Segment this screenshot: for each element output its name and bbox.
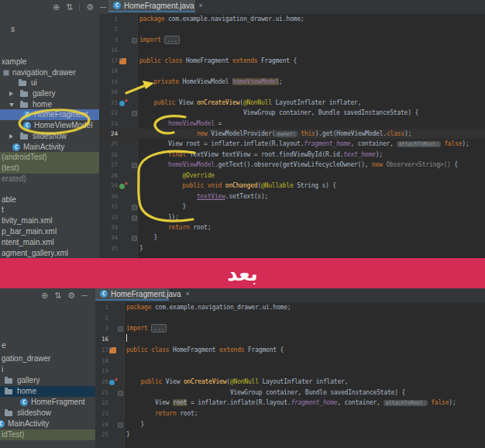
code-line[interactable]: 19 [95, 366, 485, 377]
override-gutter-icon[interactable] [119, 184, 125, 189]
hide-panel-icon[interactable]: ─ [81, 288, 88, 302]
tree-item-gation-drawer[interactable]: gation_drawer [0, 353, 95, 364]
code-line[interactable]: 25 View root = inflater.inflate(R.layout… [99, 139, 485, 149]
code-line[interactable]: 24 } [95, 419, 485, 430]
code-line[interactable]: 1package com.example.navigation_drawer.u… [99, 14, 485, 24]
code-line[interactable]: 23 return root; [95, 408, 485, 419]
tree-item-agment-gallery-xml[interactable]: agment_gallery.xml [0, 248, 99, 258]
code-line[interactable]: 17public class HomeFragment extends Frag… [95, 345, 485, 356]
code-line[interactable]: 29 public void onChanged(@Nullable Strin… [99, 181, 485, 191]
code-line[interactable]: 17public class HomeFragment extends Frag… [99, 56, 485, 66]
fold-marker-icon[interactable] [132, 38, 137, 43]
code-line[interactable]: 18 [99, 66, 485, 76]
code-line[interactable]: 26 final TextView textView = root.findVi… [99, 150, 485, 160]
code-line[interactable]: 20 [99, 87, 485, 97]
tree-item-xample[interactable]: xample [0, 57, 99, 67]
code-line[interactable]: 16 [99, 45, 485, 55]
code-line[interactable]: 2 [95, 313, 485, 324]
hide-panel-icon[interactable]: ─ [100, 0, 106, 14]
fold-marker-icon[interactable] [118, 326, 123, 332]
fold-marker-icon[interactable] [132, 215, 137, 221]
tree-item-home[interactable]: home [0, 99, 99, 110]
tab-homefragment-java[interactable]: C HomeFragment.java × [95, 288, 169, 301]
code-editor[interactable]: 1package com.example.navigation_drawer.u… [99, 14, 485, 258]
code-line[interactable]: 22 View root = inflater.inflate(R.layout… [95, 398, 485, 408]
override-gutter-icon[interactable] [119, 101, 125, 106]
code-line[interactable]: 32 }); [99, 212, 485, 222]
expand-arrow-icon[interactable] [9, 91, 13, 96]
code-line[interactable]: 21 ViewGroup container, Bundle savedInst… [95, 388, 485, 398]
code-line[interactable]: 22 ViewGroup container, Bundle savedInst… [99, 108, 485, 118]
tree-item--androidtest-[interactable]: (androidTest) [0, 152, 99, 163]
tree-item-home[interactable]: home [0, 386, 95, 397]
code-line[interactable]: 18 [95, 356, 485, 367]
code-line[interactable]: 34 } [99, 233, 485, 243]
tree-item-homeviewmodel[interactable]: CHomeViewModel [0, 120, 99, 131]
code-line[interactable]: 31 } [99, 202, 485, 212]
locate-icon[interactable]: ⊕ [53, 0, 60, 14]
code-line[interactable]: 16 [95, 334, 485, 345]
tree-item-p-bar-main-xml[interactable]: p_bar_main.xml [0, 226, 99, 237]
code-line[interactable]: 3import ... [99, 35, 485, 45]
code-line[interactable]: 33 return root; [99, 222, 485, 233]
fold-marker-icon[interactable] [132, 205, 137, 210]
tab-homefragment-java[interactable]: C HomeFragment.java × [108, 0, 195, 12]
collapse-all-icon[interactable]: ⇅ [66, 0, 73, 14]
code-line[interactable]: 35} [99, 243, 485, 253]
class-gutter-icon[interactable] [119, 58, 126, 64]
tree-item-slideshow[interactable]: slideshow [0, 408, 95, 419]
code-line[interactable]: 23 homeViewModel = [99, 119, 485, 129]
tree-item-homefragment[interactable]: CHomeFragment [0, 397, 95, 408]
tree-item-label: e [2, 341, 6, 350]
tree-item-gallery[interactable]: gallery [0, 88, 99, 99]
settings-gear-icon[interactable]: ⚙ [86, 0, 94, 14]
code-editor[interactable]: 1package com.example.navigation_drawer.u… [95, 302, 485, 448]
fold-marker-icon[interactable] [132, 236, 137, 241]
code-line[interactable]: 2 [99, 24, 485, 34]
fold-marker-icon[interactable] [118, 422, 123, 428]
code-line[interactable]: 30 textView.setText(s); [99, 191, 485, 202]
tree-item-e[interactable]: e [0, 340, 95, 351]
tree-item-gallery[interactable]: gallery [0, 375, 95, 386]
code-line[interactable]: 1package com.example.navigation_drawer.u… [95, 302, 485, 313]
code-token: root [173, 399, 187, 406]
code-line[interactable]: 20 public View onCreateView(@NonNull Lay… [95, 377, 485, 388]
fold-marker-icon[interactable] [132, 163, 137, 168]
code-line[interactable]: 25} [95, 429, 485, 440]
code-line[interactable]: 19 private HomeViewModel homeViewModel; [99, 77, 485, 87]
code-line[interactable]: 21 public View onCreateView(@NonNull Lay… [99, 98, 485, 108]
override-gutter-icon[interactable] [109, 380, 115, 385]
tree-item--test-[interactable]: (test) [0, 163, 99, 174]
locate-icon[interactable]: ⊕ [41, 288, 48, 302]
code-line[interactable]: 28 @Override [99, 171, 485, 181]
tree-item-i[interactable]: i [0, 364, 95, 375]
settings-gear-icon[interactable]: ⚙ [67, 288, 75, 302]
tab-close-icon[interactable]: × [186, 290, 190, 298]
tree-item-homefragment[interactable]: CHomeFragment [0, 109, 99, 120]
tree-item-t[interactable]: t [0, 205, 99, 215]
line-number: 18 [95, 357, 108, 364]
line-number: 33 [99, 224, 118, 231]
code-token: TextView textView = root.findViewById(R.… [186, 151, 343, 158]
tree-item-idtest-[interactable]: idTest) [0, 429, 95, 440]
tree-item-s[interactable]: s [0, 24, 99, 35]
code-line[interactable]: 3import ... [95, 323, 485, 334]
fold-marker-icon[interactable] [132, 111, 137, 116]
class-gutter-icon[interactable] [109, 347, 116, 353]
tree-item-tivity-main-xml[interactable]: tivity_main.xml [0, 215, 99, 226]
tree-item-navigation-drawer[interactable]: navigation_drawer [0, 67, 99, 78]
code-line[interactable]: 27 homeViewModel.getText().observe(getVi… [99, 160, 485, 170]
tree-item-ntent-main-xml[interactable]: ntent_main.xml [0, 237, 99, 248]
tab-close-icon[interactable]: × [199, 2, 203, 9]
fold-marker-icon[interactable] [118, 391, 123, 396]
tree-item-able[interactable]: able [0, 195, 99, 205]
tree-item-mainactivity[interactable]: CMainActivity [0, 419, 95, 429]
code-line[interactable]: 24 new ViewModelProvider(owner: this).ge… [99, 129, 485, 139]
tree-item-erated-[interactable]: erated) [0, 174, 99, 184]
expand-arrow-icon[interactable] [9, 134, 13, 139]
tree-item-ui[interactable]: ui [0, 78, 99, 88]
tree-item-slideshow[interactable]: slideshow [0, 131, 99, 142]
tree-item-mainactivity[interactable]: CMainActivity [0, 142, 99, 153]
collapse-all-icon[interactable]: ⇅ [54, 288, 61, 302]
expand-arrow-icon[interactable] [9, 103, 14, 107]
